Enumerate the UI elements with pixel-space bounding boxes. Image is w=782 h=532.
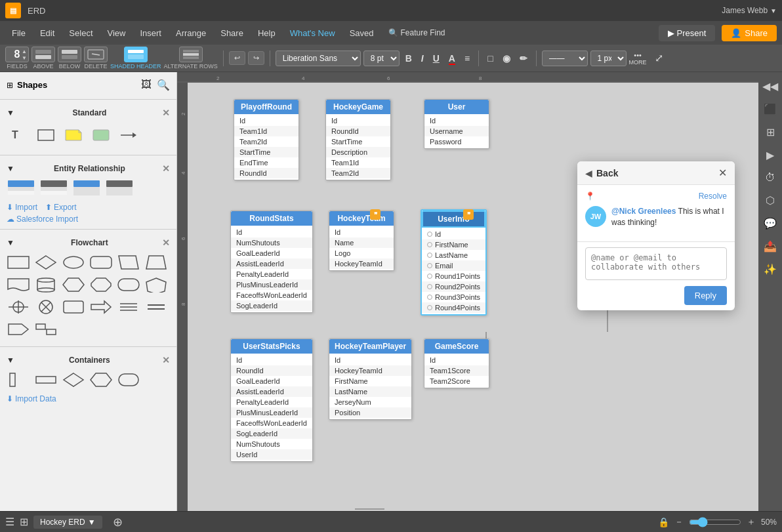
menu-help[interactable]: Help [251,26,282,41]
fc-doc[interactable] [7,276,30,294]
fc-circle-x[interactable] [34,298,58,316]
menu-whats-new[interactable]: What's New [283,26,342,41]
list-view-icon[interactable]: ☰ [5,516,14,528]
app-icon[interactable]: ▤ [5,3,21,18]
italic-button[interactable]: I [418,52,427,65]
delete-control[interactable]: DELETE [84,47,108,70]
erd-canvas-content[interactable]: PlayoffRound Id Team1Id Team2Id StartTim… [188,83,758,511]
fc-step-down[interactable] [34,320,58,338]
hockey-team-player-table[interactable]: HockeyTeamPlayer Id HockeyTeamId FirstNa… [329,338,412,420]
er-shape-2[interactable] [39,179,68,197]
rs-table-icon[interactable]: ⊞ [764,123,777,141]
menu-saved[interactable]: Saved [343,26,381,41]
border-button[interactable]: □ [484,52,496,65]
rs-magic-icon[interactable]: ✨ [761,260,779,278]
fields-control[interactable]: 8 ▲ ▼ FIELDS [5,47,29,70]
above-control[interactable]: ABOVE [31,47,55,70]
diagram-name-selector[interactable]: Hockey ERD ▼ [33,516,102,529]
rs-video-icon[interactable]: ▶ [764,146,777,164]
add-diagram-button[interactable]: ⊕ [113,515,123,529]
comment-input[interactable] [585,247,727,280]
er-shape-3[interactable] [72,179,101,197]
rs-timer-icon[interactable]: ⏱ [762,169,778,186]
share-button[interactable]: 👤 Share [722,25,777,41]
fc-rounded3[interactable] [62,298,85,316]
er-close[interactable]: ✕ [162,163,170,174]
present-button[interactable]: ▶ Present [659,25,715,41]
menu-file[interactable]: File [5,26,32,41]
resolve-button[interactable]: Resolve [699,192,727,201]
comment-back-button[interactable]: ◀ [585,168,592,178]
align-button[interactable]: ≡ [461,52,473,65]
feature-find-btn[interactable]: 🔍 Feature Find [382,26,452,40]
fc-arrow2[interactable] [89,298,113,316]
zoom-slider[interactable] [689,517,741,527]
bold-button[interactable]: B [402,52,415,65]
image-browse-icon[interactable]: 🖼 [141,79,152,91]
rs-diagram-icon[interactable]: ⬛ [761,100,779,118]
rs-layers-icon[interactable]: ⬡ [763,192,777,209]
fc-parallelogram[interactable] [117,253,140,272]
underline-button[interactable]: U [430,52,443,65]
undo-button[interactable]: ↩ [229,51,245,65]
fields-down-arrow[interactable]: ▼ [22,55,27,61]
zoom-out-icon[interactable]: － [674,516,684,528]
containers-header[interactable]: ▼ Containers ✕ [7,352,170,368]
fc-rect[interactable] [7,253,30,272]
fc-cylinder[interactable] [34,276,58,294]
redo-button[interactable]: ↪ [248,51,264,65]
line-color-button[interactable]: ✏ [516,52,531,65]
round-stats-table[interactable]: RoundStats Id NumShutouts GoalLeaderId A… [230,211,313,313]
fields-up-arrow[interactable]: ▲ [22,49,27,54]
cont-rounded4[interactable] [117,371,140,389]
rs-share-icon[interactable]: 📤 [761,237,779,255]
text-shape[interactable]: T [7,125,30,146]
cont-narrow[interactable] [7,371,30,389]
shaded-header-control[interactable]: SHADED HEADER [110,47,161,70]
menu-share[interactable]: Share [214,26,250,41]
er-header[interactable]: ▼ Entity Relationship ✕ [7,161,170,176]
user-info-table[interactable]: UserInfo Id FirstName LastName Email Rou… [421,209,487,316]
alternate-rows-control[interactable]: ALTERNATE ROWS [164,47,218,70]
zoom-in-icon[interactable]: ＋ [747,516,756,528]
export-button[interactable]: ⬆ Export [45,203,77,212]
hockey-game-table[interactable]: HockeyGame Id RoundId StartTime Descript… [325,99,391,180]
font-size-select[interactable]: 8 pt [363,51,400,66]
comment-mention[interactable]: @Nick Greenlees [611,207,676,216]
comment-close-button[interactable]: ✕ [718,167,727,179]
import-data-button[interactable]: ⬇ Import Data [7,392,56,406]
cont-hexagon2[interactable] [89,371,113,389]
fc-equals[interactable] [144,298,168,316]
flowchart-header[interactable]: ▼ Flowchart ✕ [7,235,170,251]
fc-cross[interactable] [7,298,30,316]
menu-insert[interactable]: Insert [133,26,168,41]
more-options[interactable]: ••• MORE [629,51,647,66]
font-family-select[interactable]: Liberation Sans [276,51,361,66]
menu-view[interactable]: View [101,26,133,41]
containers-close[interactable]: ✕ [162,355,170,365]
standard-close[interactable]: ✕ [162,108,170,118]
fc-hexagon[interactable] [62,276,85,294]
line-width-select[interactable]: 1 px [590,51,627,66]
fc-rounded-rect[interactable] [89,253,113,272]
game-score-table[interactable]: GameScore Id Team1Score Team2Score [424,338,489,388]
menu-arrange[interactable]: Arrange [169,26,213,41]
fc-list[interactable] [117,298,140,316]
expand-button[interactable]: ⤢ [655,52,663,64]
comment-badge-hockey-team[interactable]: ❞ [370,209,381,220]
flowchart-close[interactable]: ✕ [162,237,170,248]
fc-shield[interactable] [144,276,168,294]
below-control[interactable]: BELOW [58,47,81,70]
er-shape-4[interactable] [105,179,134,197]
arrow-shape[interactable] [117,125,140,146]
fc-pent-arrow[interactable] [7,320,30,338]
font-color-button[interactable]: A [445,52,459,65]
grid-view-icon[interactable]: ⊞ [20,516,28,528]
fc-diamond[interactable] [34,253,58,272]
user-table[interactable]: User Id Username Password [424,99,489,149]
fill-button[interactable]: ◉ [499,52,514,65]
rect-shape[interactable] [34,125,58,146]
rs-comment-icon[interactable]: 💬 [761,215,779,232]
menu-select[interactable]: Select [62,26,99,41]
salesforce-import-button[interactable]: ☁ Salesforce Import [7,215,78,224]
